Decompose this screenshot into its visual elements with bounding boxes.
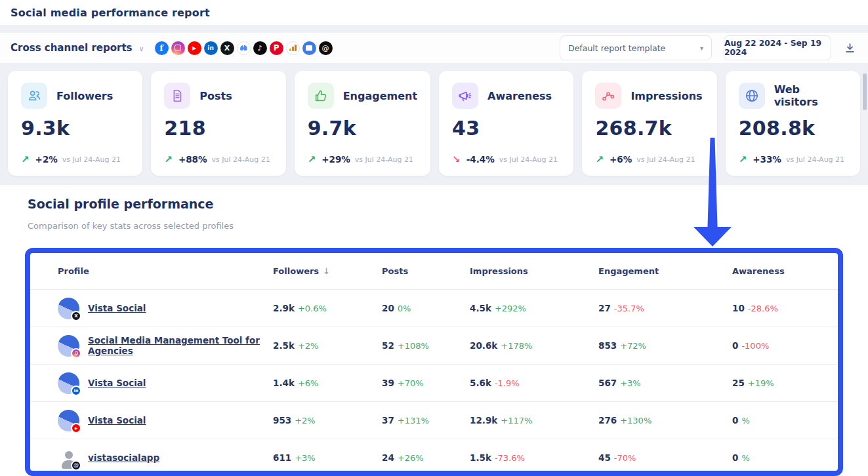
table-row: ▶ Vista Social 953+2% 37+131% 12.9k+117%… (30, 402, 838, 439)
table-row: Social Media Management Tool for Agencie… (30, 327, 838, 365)
engagement-icon (308, 83, 334, 109)
report-switcher-label: Cross channel reports (10, 42, 133, 54)
linkedin-icon[interactable]: in (204, 41, 218, 55)
trend-arrow-icon (164, 153, 173, 165)
kpi-value: 9.7k (308, 117, 417, 140)
trend-arrow-icon (452, 153, 461, 165)
kpi-card-posts: Posts 218 +88% vs Jul 24-Aug 21 (151, 71, 285, 176)
kpi-label: Followers (56, 90, 113, 102)
kpi-card-awareness: Awareness 43 -4.4% vs Jul 24-Aug 21 (439, 71, 573, 176)
kpi-compare-period: vs Jul 24-Aug 21 (786, 155, 844, 164)
column-header-awareness[interactable]: Awareness (732, 266, 838, 276)
report-switcher[interactable]: Cross channel reports ∨ (10, 42, 144, 54)
impressions-icon (595, 83, 621, 109)
posts-icon (164, 83, 190, 109)
kpi-compare-period: vs Jul 24-Aug 21 (636, 155, 695, 164)
profile-avatar: @ (58, 447, 79, 469)
kpi-label: Impressions (630, 90, 702, 102)
column-header-followers[interactable]: Followers↓ (273, 266, 382, 276)
followers-icon (21, 83, 47, 109)
instagram-badge-icon (71, 348, 81, 359)
title-bar: Social media performance report (0, 0, 868, 25)
trend-arrow-icon (21, 153, 30, 165)
trend-arrow-icon (595, 153, 604, 165)
download-report-button[interactable] (842, 40, 858, 56)
x-badge-icon: X (71, 311, 81, 321)
kpi-compare-period: vs Jul 24-Aug 21 (62, 155, 121, 164)
pinterest-icon[interactable]: P (270, 41, 283, 55)
trend-arrow-icon (739, 153, 747, 165)
kpi-card-followers: Followers 9.3k +2% vs Jul 24-Aug 21 (8, 71, 142, 176)
report-template-select[interactable]: Default report template ▾ (560, 35, 712, 60)
linkedin-badge-icon: in (71, 386, 81, 396)
table-row: X Vista Social 2.9k+0.6% 200% 4.5k+292% … (30, 290, 838, 327)
kpi-value: 208.8k (739, 117, 847, 140)
page-title: Social media performance report (10, 7, 210, 19)
column-header-engagement[interactable]: Engagement (598, 266, 732, 276)
kpi-label: Awareness (487, 90, 552, 102)
toolbar: Cross channel reports ∨ f ▶ in X ♪ P @ D… (0, 33, 868, 63)
column-header-profile[interactable]: Profile (58, 266, 273, 276)
bluesky-icon[interactable] (237, 41, 251, 55)
column-header-impressions[interactable]: Impressions (470, 266, 598, 276)
kpi-delta: +2% (35, 154, 58, 165)
profile-link[interactable]: Vista Social (88, 415, 146, 426)
kpi-compare-period: vs Jul 24-Aug 21 (212, 155, 270, 164)
kpi-value: 268.7k (595, 117, 703, 140)
threads-badge-icon: @ (71, 460, 81, 471)
channel-icon-row: f ▶ in X ♪ P @ (155, 41, 333, 55)
google-analytics-icon[interactable] (286, 41, 300, 55)
kpi-card-engagement: Engagement 9.7k +29% vs Jul 24-Aug 21 (295, 71, 430, 176)
x-icon[interactable]: X (220, 41, 234, 55)
kpi-delta: +88% (178, 154, 207, 165)
download-icon (844, 43, 856, 54)
kpi-compare-period: vs Jul 24-Aug 21 (355, 155, 413, 164)
instagram-icon[interactable] (171, 41, 185, 55)
profile-link[interactable]: Vista Social (88, 378, 146, 388)
kpi-value: 43 (452, 117, 560, 140)
kpi-card-row: Followers 9.3k +2% vs Jul 24-Aug 21 Post… (8, 71, 860, 176)
profile-avatar: X (58, 298, 79, 319)
kpi-card-impressions: Impressions 268.7k +6% vs Jul 24-Aug 21 (582, 71, 716, 176)
youtube-badge-icon: ▶ (71, 423, 81, 433)
kpi-delta: -4.4% (466, 154, 495, 165)
kpi-label: Web visitors (774, 83, 847, 108)
google-business-icon[interactable] (302, 41, 316, 55)
date-range-value: Aug 22 2024 - Sep 19 2024 (724, 39, 831, 57)
kpi-delta: +29% (321, 154, 350, 165)
section-subtitle: Comparison of key stats across selected … (28, 221, 234, 231)
youtube-icon[interactable]: ▶ (188, 41, 201, 55)
kpi-label: Engagement (343, 90, 417, 102)
kpi-delta: +33% (753, 154, 781, 165)
profile-performance-table: Profile Followers↓ Posts Impressions Eng… (25, 248, 843, 476)
profile-avatar: ▶ (58, 410, 79, 431)
report-template-value: Default report template (568, 43, 700, 53)
date-range-picker[interactable]: Aug 22 2024 - Sep 19 2024 (724, 35, 831, 60)
threads-icon[interactable]: @ (319, 41, 333, 55)
kpi-compare-period: vs Jul 24-Aug 21 (499, 155, 558, 164)
profile-avatar (58, 335, 79, 357)
profile-link[interactable]: Social Media Management Tool for Agencie… (88, 335, 273, 356)
table-header-row: Profile Followers↓ Posts Impressions Eng… (30, 253, 838, 290)
tiktok-icon[interactable]: ♪ (253, 41, 267, 55)
facebook-icon[interactable]: f (155, 41, 169, 55)
profile-avatar: in (58, 372, 79, 394)
awareness-icon (452, 83, 478, 109)
kpi-value: 9.3k (21, 117, 129, 140)
table-row: @ vistasocialapp 611+3% 24+26% 1.5k-73.6… (30, 439, 838, 476)
profile-link[interactable]: vistasocialapp (88, 452, 159, 463)
sort-desc-icon: ↓ (323, 266, 330, 276)
profile-link[interactable]: Vista Social (88, 303, 146, 313)
web-visitors-icon (739, 83, 765, 109)
vertical-scrollbar-thumb[interactable] (863, 73, 867, 110)
trend-arrow-icon (308, 153, 316, 165)
kpi-label: Posts (199, 90, 232, 102)
kpi-delta: +6% (610, 154, 632, 165)
kpi-card-web-visitors: Web visitors 208.8k +33% vs Jul 24-Aug 2… (726, 71, 860, 176)
table-row: in Vista Social 1.4k+6% 39+70% 5.6k-1.9%… (30, 365, 838, 402)
kpi-value: 218 (164, 117, 272, 140)
section-title: Social profile performance (28, 197, 213, 211)
column-header-posts[interactable]: Posts (382, 266, 470, 276)
caret-down-icon: ▾ (700, 45, 703, 52)
chevron-down-icon: ∨ (139, 45, 144, 53)
